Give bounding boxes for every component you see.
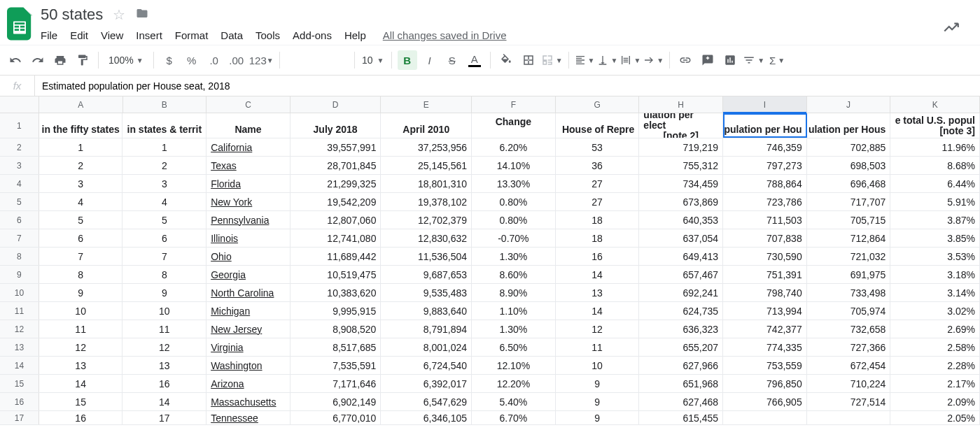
cell[interactable]: 9 xyxy=(556,375,640,392)
cell-link[interactable]: Michigan xyxy=(206,302,290,320)
cell[interactable]: 3.14% xyxy=(890,284,980,301)
cell-link[interactable]: Washington xyxy=(206,357,290,374)
header-cell[interactable]: April 2010 xyxy=(381,113,472,138)
cell[interactable]: 0.80% xyxy=(472,193,556,210)
cell[interactable]: 1 xyxy=(39,138,123,156)
cell[interactable]: 719,219 xyxy=(639,138,723,156)
cell[interactable]: 673,869 xyxy=(639,193,723,210)
bold-button[interactable]: B xyxy=(398,50,417,70)
borders-button[interactable] xyxy=(519,50,538,70)
cell[interactable]: 7 xyxy=(39,248,123,265)
cell[interactable]: 14 xyxy=(556,302,640,320)
cell[interactable]: 10 xyxy=(122,302,206,320)
cell[interactable]: 9,535,483 xyxy=(381,284,472,301)
insert-comment-button[interactable] xyxy=(698,50,718,70)
cell[interactable]: 12,830,632 xyxy=(381,229,472,247)
header-cell[interactable]: e total U.S. popul[note 3] xyxy=(890,113,980,138)
cell[interactable]: 798,740 xyxy=(723,284,807,301)
cell-link[interactable]: Florida xyxy=(206,175,290,192)
cell[interactable]: 6,770,010 xyxy=(290,411,382,424)
cell[interactable]: 10,383,620 xyxy=(290,284,382,301)
cell[interactable]: 713,994 xyxy=(723,302,807,320)
cell[interactable]: 702,885 xyxy=(807,138,891,156)
cell[interactable]: 8.60% xyxy=(472,266,556,283)
cell[interactable]: 14.10% xyxy=(472,157,556,174)
cell-link[interactable]: Texas xyxy=(206,157,290,174)
cell[interactable]: 2 xyxy=(39,157,123,174)
cell[interactable]: 721,032 xyxy=(807,248,891,265)
vertical-align-button[interactable]: ▼ xyxy=(597,50,617,70)
cell[interactable]: 705,974 xyxy=(807,302,891,320)
cell[interactable]: 17 xyxy=(122,411,206,424)
cell[interactable]: 755,312 xyxy=(639,157,723,174)
zoom-dropdown[interactable]: 100%▼ xyxy=(104,50,148,70)
cell[interactable]: 733,498 xyxy=(807,284,891,301)
cell[interactable]: 12 xyxy=(39,338,123,356)
cell[interactable]: 27 xyxy=(556,193,640,210)
print-button[interactable] xyxy=(50,50,70,70)
header-cell[interactable]: July 2018 xyxy=(290,113,382,138)
cell[interactable]: 12.20% xyxy=(472,375,556,392)
cell[interactable]: 5.91% xyxy=(890,193,980,210)
cell[interactable]: 8.68% xyxy=(890,157,980,174)
cell[interactable]: 9 xyxy=(122,284,206,301)
col-header-E[interactable]: E xyxy=(381,96,472,113)
cell[interactable]: 7 xyxy=(122,248,206,265)
font-dropdown[interactable] xyxy=(286,50,349,70)
cell[interactable]: 16 xyxy=(39,411,123,424)
col-header-J[interactable]: J xyxy=(807,96,891,113)
cell[interactable]: 1 xyxy=(122,138,206,156)
cell-link[interactable]: California xyxy=(206,138,290,156)
header-cell[interactable]: in the fifty states xyxy=(39,113,123,138)
row-header[interactable]: 13 xyxy=(0,338,39,356)
row-header[interactable]: 17 xyxy=(0,411,39,424)
cell[interactable]: 3.02% xyxy=(890,302,980,320)
cell[interactable]: 3 xyxy=(122,175,206,192)
cell[interactable]: 6 xyxy=(122,229,206,247)
cell[interactable]: 9 xyxy=(556,411,640,424)
cell[interactable]: 627,966 xyxy=(639,357,723,374)
cell[interactable]: 766,905 xyxy=(723,393,807,410)
col-header-K[interactable]: K xyxy=(890,96,980,113)
cell[interactable]: 6,392,017 xyxy=(381,375,472,392)
cell-link[interactable]: Massachusetts xyxy=(206,393,290,410)
row-header[interactable]: 15 xyxy=(0,375,39,392)
row-header[interactable]: 14 xyxy=(0,357,39,374)
cell-link[interactable]: Virginia xyxy=(206,338,290,356)
undo-button[interactable] xyxy=(6,50,25,70)
cell[interactable]: 696,468 xyxy=(807,175,891,192)
cell-link[interactable]: Illinois xyxy=(206,229,290,247)
cell[interactable]: 5.40% xyxy=(472,393,556,410)
cell[interactable]: 2.17% xyxy=(890,375,980,392)
cell[interactable]: 4 xyxy=(122,193,206,210)
cell[interactable]: 53 xyxy=(556,138,640,156)
cell[interactable]: 8,517,685 xyxy=(290,338,382,356)
cell[interactable]: 16 xyxy=(122,375,206,392)
row-header[interactable]: 9 xyxy=(0,266,39,283)
cell[interactable]: 1.30% xyxy=(472,248,556,265)
cell[interactable]: 3.87% xyxy=(890,211,980,229)
text-color-button[interactable]: A xyxy=(465,50,484,70)
cell[interactable]: 692,241 xyxy=(639,284,723,301)
cell[interactable]: 8 xyxy=(122,266,206,283)
cell[interactable]: 640,353 xyxy=(639,211,723,229)
sheets-logo[interactable] xyxy=(6,6,34,42)
cell[interactable]: 11,536,504 xyxy=(381,248,472,265)
cell[interactable]: 19,542,209 xyxy=(290,193,382,210)
cell[interactable]: 28,701,845 xyxy=(290,157,382,174)
cell[interactable]: 711,503 xyxy=(723,211,807,229)
cell[interactable]: 10,519,475 xyxy=(290,266,382,283)
star-icon[interactable]: ☆ xyxy=(113,6,125,23)
cell[interactable]: 691,975 xyxy=(807,266,891,283)
cell[interactable]: 1.10% xyxy=(472,302,556,320)
header-cell[interactable]: in states & territ xyxy=(122,113,206,138)
currency-button[interactable]: $ xyxy=(160,50,179,70)
drive-status[interactable]: All changes saved in Drive xyxy=(383,29,507,41)
cell[interactable]: 717,707 xyxy=(807,193,891,210)
cell[interactable]: 712,864 xyxy=(807,229,891,247)
cell[interactable]: 753,559 xyxy=(723,357,807,374)
cell[interactable]: 18 xyxy=(556,211,640,229)
cell[interactable]: 636,323 xyxy=(639,320,723,338)
row-header[interactable]: 7 xyxy=(0,229,39,247)
cell[interactable]: 6,724,540 xyxy=(381,357,472,374)
